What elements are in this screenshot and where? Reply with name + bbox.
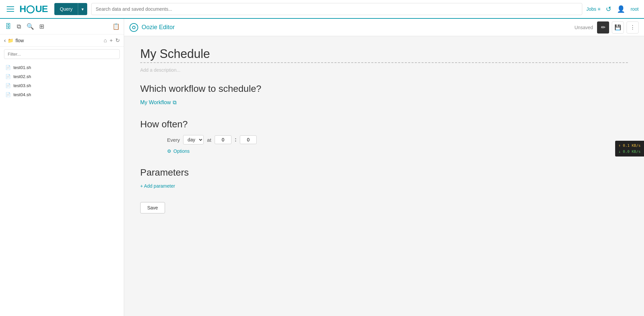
edit-button[interactable]: ✏ [597,21,609,34]
network-upload: ↑ 0.1 KB/s [619,143,641,149]
frequency-period-select[interactable]: day [183,135,204,144]
every-label: Every [167,137,180,143]
search-input[interactable] [91,3,582,15]
list-item[interactable]: 📄 test03.sh [0,81,124,90]
how-often-section: How often? Every day at : ⚙ Options [140,119,628,154]
nav-right: Jobs ≡ ↺ 👤 root [586,5,639,13]
hue-logo: H UE [19,4,48,14]
top-navigation: H UE Query ▾ Jobs ≡ ↺ 👤 root [0,0,644,19]
options-label: Options [173,148,190,154]
sidebar-filter-input[interactable] [4,49,120,59]
editor-title: Oozie Editor [142,24,175,31]
workflow-link-icon: ⧉ [173,100,176,106]
logo-circle-icon [26,5,35,13]
oozie-logo-icon [129,23,138,32]
add-parameter-label: + Add parameter [140,183,175,189]
add-parameter-link[interactable]: + Add parameter [140,183,628,189]
add-button[interactable]: + [110,38,113,44]
sidebar: 🗄 ⧉ 🔍 ⊞ 📋 ‹ 📁 flow ⌂ + ↻ 📄 test01.sh [0,19,124,316]
network-download: ↓ 0.0 KB/s [619,149,641,155]
colon-separator: : [235,137,236,143]
workflow-link[interactable]: My Workflow ⧉ [140,100,628,106]
hour-input[interactable] [215,135,231,144]
file-name: test01.sh [13,65,31,70]
file-name: test03.sh [13,83,31,88]
database-icon[interactable]: 🗄 [4,22,13,31]
query-button-main[interactable]: Query [54,6,78,12]
copy-icon[interactable]: ⧉ [15,22,22,31]
user-avatar-icon: 👤 [617,5,625,13]
save-button[interactable]: Save [140,202,165,213]
frequency-row: Every day at : [167,135,628,144]
sidebar-file-list: 📄 test01.sh 📄 test02.sh 📄 test03.sh 📄 te… [0,62,124,316]
sidebar-toolbar: 🗄 ⧉ 🔍 ⊞ 📋 [0,19,124,35]
unsaved-label: Unsaved [575,25,593,30]
hamburger-button[interactable] [5,5,15,13]
file-icon: 📄 [5,92,11,97]
user-label[interactable]: root [631,6,639,12]
content-area: Oozie Editor Unsaved ✏ 💾 ⋮ Which workflo… [124,19,644,316]
editor-header-right: Unsaved ✏ 💾 ⋮ [575,21,639,34]
search-icon[interactable]: 🔍 [25,21,35,31]
history-icon[interactable]: ↺ [606,5,611,13]
query-button-group: Query ▾ [54,3,87,15]
parameters-heading: Parameters [140,167,628,178]
file-icon: 📄 [5,65,11,70]
list-item[interactable]: 📄 test04.sh [0,90,124,99]
jobs-icon: ≡ [598,6,600,12]
jobs-link[interactable]: Jobs ≡ [586,6,600,12]
options-icon: ⚙ [167,148,171,154]
document-icon[interactable]: 📋 [112,23,120,30]
file-icon: 📄 [5,74,11,79]
workflow-section: Which workflow to schedule? My Workflow … [140,83,628,106]
options-link[interactable]: ⚙ Options [167,148,628,154]
refresh-button[interactable]: ↻ [115,37,120,44]
jobs-label: Jobs [586,6,596,12]
home-button[interactable]: ⌂ [104,38,107,44]
schedule-title-input[interactable] [140,47,628,63]
parameters-section: Parameters + Add parameter [140,167,628,189]
list-item[interactable]: 📄 test02.sh [0,72,124,81]
editor-body: Which workflow to schedule? My Workflow … [124,36,644,316]
query-dropdown-button[interactable]: ▾ [78,3,87,15]
oozie-icon-inner [132,26,136,29]
network-badge: ↑ 0.1 KB/s ↓ 0.0 KB/s [615,141,644,156]
logo-ue: UE [35,4,48,14]
back-button[interactable]: ‹ [4,38,6,44]
workflow-section-heading: Which workflow to schedule? [140,83,628,94]
list-item[interactable]: 📄 test01.sh [0,63,124,72]
how-often-heading: How often? [140,119,628,130]
file-name: test04.sh [13,92,31,97]
at-label: at [207,137,211,143]
breadcrumb: ‹ 📁 flow ⌂ + ↻ [0,35,124,47]
more-options-button[interactable]: ⋮ [627,21,639,34]
breadcrumb-actions: ⌂ + ↻ [104,37,120,44]
main-layout: 🗄 ⧉ 🔍 ⊞ 📋 ‹ 📁 flow ⌂ + ↻ 📄 test01.sh [0,19,644,316]
editor-header: Oozie Editor Unsaved ✏ 💾 ⋮ [124,19,644,36]
file-name: test02.sh [13,74,31,79]
folder-name: flow [15,38,24,43]
folder-icon: 📁 [8,38,13,43]
logo-h: H [19,4,26,14]
workflow-link-label: My Workflow [140,100,171,106]
description-input[interactable] [140,67,628,73]
file-icon: 📄 [5,83,11,88]
grid-icon[interactable]: ⊞ [38,21,46,31]
save-icon-button[interactable]: 💾 [612,21,624,34]
minute-input[interactable] [240,135,257,144]
